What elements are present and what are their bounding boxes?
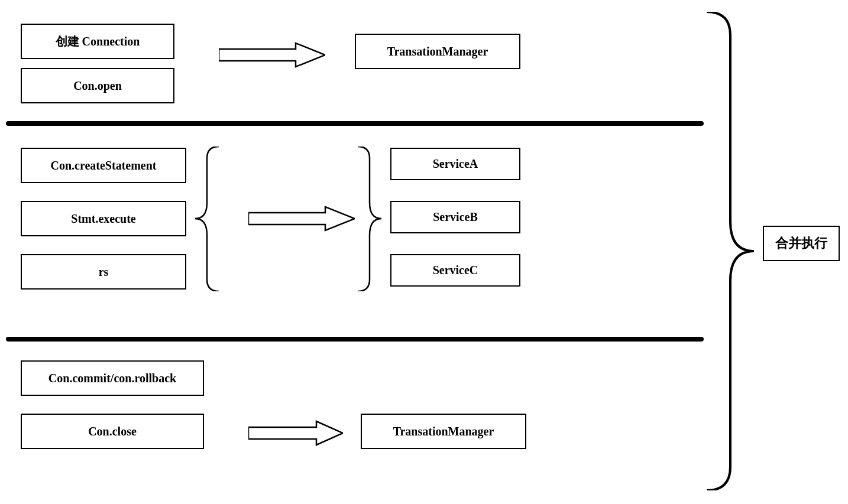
- service-c-label: ServiceC: [433, 264, 478, 277]
- service-a-box: ServiceA: [390, 148, 520, 180]
- create-connection-box: 创建 Connection: [21, 24, 174, 59]
- service-b-box: ServiceB: [390, 201, 520, 233]
- con-create-statement-box: Con.createStatement: [21, 148, 186, 183]
- merge-exec-label: 合并执行: [775, 235, 827, 252]
- svg-marker-1: [248, 207, 355, 230]
- svg-marker-0: [219, 43, 325, 67]
- con-open-label: Con.open: [73, 79, 122, 93]
- arrow-middle: [248, 204, 355, 233]
- transation-manager-bottom-label: TransationManager: [393, 425, 494, 438]
- transation-manager-bottom-box: TransationManager: [361, 414, 526, 449]
- left-curly-brace: [189, 147, 225, 291]
- con-open-box: Con.open: [21, 68, 174, 103]
- stmt-execute-label: Stmt.execute: [71, 212, 135, 226]
- diagram: 创建 Connection Con.open TransationManager…: [0, 0, 848, 504]
- transation-manager-top-box: TransationManager: [355, 34, 520, 69]
- svg-marker-2: [248, 421, 343, 445]
- big-right-brace: [701, 12, 772, 490]
- arrow-top: [219, 40, 325, 70]
- arrow-bottom: [248, 418, 343, 448]
- create-connection-label: 创建 Connection: [56, 34, 140, 50]
- con-close-box: Con.close: [21, 414, 204, 449]
- transation-manager-top-label: TransationManager: [387, 45, 488, 58]
- stmt-execute-box: Stmt.execute: [21, 201, 186, 236]
- con-close-label: Con.close: [88, 425, 137, 438]
- con-commit-rollback-label: Con.commit/con.rollback: [48, 372, 176, 385]
- service-a-label: ServiceA: [433, 157, 478, 171]
- merge-exec-box: 合并执行: [763, 226, 840, 261]
- right-curly-brace-left: [352, 147, 387, 291]
- con-create-statement-label: Con.createStatement: [50, 159, 156, 173]
- thick-line-1: [6, 121, 704, 126]
- rs-label: rs: [99, 265, 109, 279]
- service-c-box: ServiceC: [390, 254, 520, 287]
- con-commit-rollback-box: Con.commit/con.rollback: [21, 360, 204, 396]
- thick-line-2: [6, 337, 704, 342]
- rs-box: rs: [21, 254, 186, 290]
- service-b-label: ServiceB: [433, 210, 478, 224]
